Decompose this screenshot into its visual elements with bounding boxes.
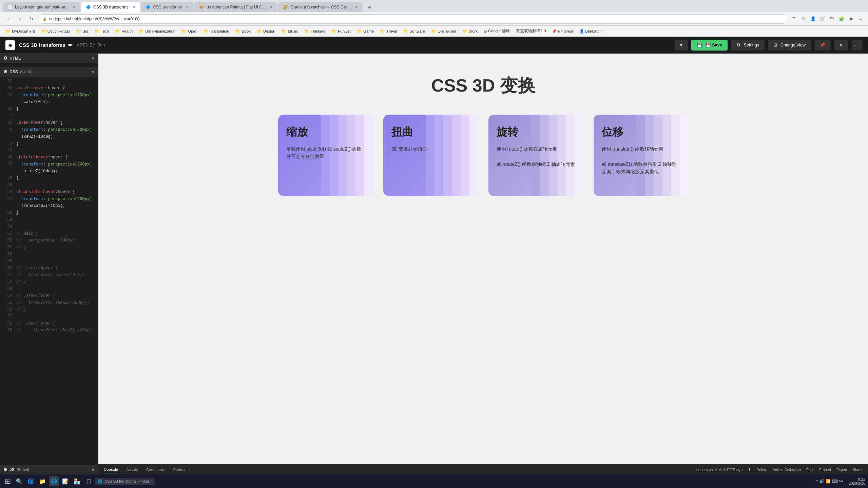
translate-icon[interactable]: T [790,15,798,23]
bm-game[interactable]: 📁Game [355,28,376,34]
network-icon[interactable]: 📶 [826,479,831,484]
bm-design[interactable]: 📁Design [255,28,277,34]
css-collapse-icon[interactable]: ∨ [92,70,95,74]
card-skew-desc: 3D 变换并无扭曲 [391,145,470,153]
bm-couchpotato[interactable]: 📁CouchPotato [39,28,72,34]
keyboard-icon[interactable]: ⌨ [832,479,838,484]
start-button[interactable]: ⊞ [3,476,13,486]
bm-onlinetool[interactable]: 📁OnlineTool [429,28,458,34]
bm-benbinbin[interactable]: 👤 Benbinbin [577,28,604,34]
pin-button[interactable]: 📌 [814,40,831,51]
html-section-header[interactable]: ⚙ HTML ∨ [0,54,98,63]
pen-title-area: CSS 3D transforms ✏ [19,42,73,48]
tab-comments[interactable]: Comments [146,466,165,473]
forward-button[interactable]: › [15,14,24,24]
bm-youdao[interactable]: 有道双语翻译2.0 [514,28,548,34]
bm-open[interactable]: 📁Open [179,28,199,34]
tab1-title: Layout with grid-template-ar... [15,5,69,9]
tab-assets[interactable]: Assets [126,466,138,473]
js-collapse-icon[interactable]: ∨ [92,467,95,472]
code-line: 38.scale:hover:hover { [0,85,98,92]
browser-tab-1[interactable]: 📄 Layout with grid-template-ar... ✕ [3,2,80,12]
tab4-close[interactable]: ✕ [270,5,273,9]
user-icon[interactable]: 👤 [809,15,817,23]
html-collapse-icon[interactable]: ∨ [92,56,95,61]
line-number: 37 [3,78,12,85]
windows-store-icon[interactable]: 🏪 [72,476,82,486]
bm-bio[interactable]: 📁Bio [74,28,90,34]
speaker-icon[interactable]: 🔊 [819,479,824,484]
line-number: 62 [3,278,12,285]
bm-datavis[interactable]: 📁DataVisualization [137,28,177,34]
chrome-icon[interactable]: 🌐 [49,476,59,486]
js-section-title: ⚙ JS (Babel) [3,467,29,472]
tray-expand-icon[interactable]: ^ [816,479,818,484]
chevron-down-button[interactable]: ∨ [834,40,848,51]
bm-travel[interactable]: 📁Travel [378,28,399,34]
clock[interactable]: 0:22 2020/3/16 [849,477,865,485]
search-button[interactable]: 🔍 [14,476,24,486]
line-number [3,202,12,209]
code-line: rotateZ(10deg); [0,168,98,175]
bm-funlist[interactable]: 📁FunList [329,28,353,34]
note-icon[interactable]: 📝 [60,476,71,486]
add-collection-action[interactable]: Add to Collection [773,468,801,472]
css-section-header[interactable]: ⚙ CSS (SCSS) ∨ [0,67,98,77]
share-action[interactable]: Share [853,468,863,472]
save-button[interactable]: 💾 💾 Save [691,40,728,51]
browser-tab-4[interactable]: 🎨 us American Palette | Flat UI C... ✕ [194,2,277,12]
cortana-icon[interactable]: 🌀 [26,476,36,486]
bm-health[interactable]: 📁Health [113,28,135,34]
css-code-area[interactable]: 3738.scale:hover:hover {39 transform: pe… [0,77,98,465]
more-button[interactable]: ··· [852,40,863,51]
browser-tab-5[interactable]: 🌈 Gradient Swatches — CSS Gra... ✕ [278,2,363,12]
tab1-close[interactable]: ✕ [73,5,76,9]
settings-button[interactable]: ⚙ Settings [731,40,765,51]
music-icon[interactable]: 🎵 [83,476,94,486]
bm-book[interactable]: 📁Book [233,28,253,34]
browser-tab-3[interactable]: 🔷 CSS transforms ✕ [141,2,194,12]
bm-work[interactable]: 📁Work [460,28,480,34]
extension-icon[interactable]: 🧩 [837,15,846,23]
edit-pen-icon[interactable]: ✏ [68,42,73,48]
bm-music[interactable]: 📁Music [279,28,300,34]
bm-software[interactable]: 📁Software [401,28,427,34]
bm-translation[interactable]: 📁Translation [201,28,231,34]
tab2-close[interactable]: ✕ [132,5,135,9]
bm-thinking[interactable]: 📁Thinking [302,28,327,34]
tab-console[interactable]: Console [104,466,118,473]
tab5-close[interactable]: ✕ [355,5,358,9]
bm-tech[interactable]: 📁Tech [92,28,111,34]
line-number: 57 [3,244,12,251]
lock-icon: 🔒 [42,17,47,21]
change-view-button[interactable]: ⊞ Change View [768,40,811,51]
js-section-header[interactable]: ⚙ JS (Babel) ∨ [0,465,98,474]
embed-action[interactable]: Embed [819,468,831,472]
bookmark-icon[interactable]: ☆ [799,15,808,23]
export-action[interactable]: Export [836,468,847,472]
cart-icon[interactable]: 🛒 [818,15,827,23]
fork-action[interactable]: Fork [806,468,814,472]
browser-tab-2[interactable]: 🔷 CSS 3D transforms ✕ [81,2,140,12]
address-bar[interactable]: 🔒 codepen.io/benbinbin/pen/rNVeWW?editor… [38,14,788,24]
pen-author[interactable]: Ben [98,43,105,47]
bm-mydocument[interactable]: 📁MyDocument [3,28,37,34]
file-explorer-icon[interactable]: 📁 [37,476,47,486]
line-number: 66 [3,306,12,313]
bm-google-translate[interactable]: G Google 翻译 [482,28,512,34]
rec-icon[interactable]: ⏺ [847,15,855,23]
back-button[interactable]: ‹ [3,14,13,24]
line-content: } [16,106,19,113]
running-app-chrome[interactable]: 🌐 CSS 3D transforms — Cod... [95,478,155,485]
folder-icon: 📁 [331,29,336,34]
refresh-button[interactable]: ↻ [26,14,36,24]
tab3-close[interactable]: ✕ [186,5,189,9]
tab-shortcuts[interactable]: Shortcuts [173,466,190,473]
delete-action[interactable]: Delete [756,468,767,472]
bm-pinterest[interactable]: 📌 Pinterest [550,28,575,34]
menu-icon[interactable]: ≡ [856,15,865,23]
shield-icon[interactable]: 🛡 [828,15,836,23]
new-tab-button[interactable]: + [365,3,374,12]
heart-button[interactable]: ♥ [675,40,688,51]
ime-icon[interactable]: 中 [839,479,843,484]
